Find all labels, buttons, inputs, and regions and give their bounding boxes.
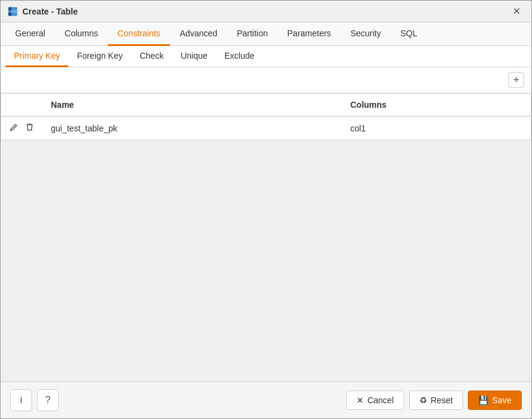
cancel-label: Cancel	[367, 395, 394, 405]
main-tabs: General Columns Constraints Advanced Par…	[1, 22, 531, 46]
empty-content	[1, 140, 531, 381]
create-table-dialog: Create - Table ✕ General Columns Constra…	[0, 0, 532, 419]
tab-advanced[interactable]: Advanced	[170, 22, 227, 46]
svg-rect-5	[11, 10, 17, 13]
footer-left: i ?	[10, 389, 59, 411]
save-icon: 💾	[478, 395, 488, 405]
tab-primary-key[interactable]: Primary Key	[5, 46, 68, 67]
info-icon: i	[20, 395, 22, 406]
cancel-icon: ✕	[356, 395, 364, 405]
save-button[interactable]: 💾 Save	[468, 391, 522, 410]
svg-rect-1	[8, 7, 11, 10]
footer-right: ✕ Cancel ♻ Reset 💾 Save	[346, 391, 522, 410]
constraints-table-container: Name Columns	[1, 93, 531, 140]
svg-rect-6	[11, 13, 17, 16]
col-actions	[1, 94, 44, 116]
sub-tabs: Primary Key Foreign Key Check Unique Exc…	[1, 46, 531, 67]
close-button[interactable]: ✕	[509, 4, 524, 18]
tab-general[interactable]: General	[5, 22, 55, 46]
svg-rect-4	[11, 7, 17, 10]
help-icon: ?	[45, 395, 51, 406]
title-bar-left: Create - Table	[8, 7, 78, 16]
edit-row-button[interactable]	[8, 122, 19, 134]
tab-parameters[interactable]: Parameters	[278, 22, 341, 46]
action-icons	[8, 122, 36, 134]
table-icon	[8, 7, 18, 16]
row-actions	[1, 116, 44, 140]
info-button[interactable]: i	[10, 389, 32, 411]
svg-rect-2	[8, 10, 11, 13]
table-header-row: Name Columns	[1, 94, 531, 116]
tab-exclude[interactable]: Exclude	[216, 46, 263, 67]
tab-security[interactable]: Security	[341, 22, 391, 46]
delete-row-button[interactable]	[24, 122, 35, 134]
constraints-table: Name Columns	[1, 94, 531, 140]
cancel-button[interactable]: ✕ Cancel	[346, 391, 404, 410]
add-row-button[interactable]: +	[508, 72, 524, 88]
col-name-header: Name	[44, 94, 343, 116]
tab-unique[interactable]: Unique	[172, 46, 215, 67]
content-area: + Name Columns	[1, 67, 531, 381]
tab-constraints[interactable]: Constraints	[108, 22, 170, 46]
reset-icon: ♻	[419, 395, 427, 405]
svg-rect-3	[8, 13, 11, 16]
tab-partition[interactable]: Partition	[227, 22, 277, 46]
row-name: gui_test_table_pk	[44, 116, 343, 140]
dialog-title: Create - Table	[22, 7, 78, 16]
tab-check[interactable]: Check	[131, 46, 172, 67]
row-columns: col1	[343, 116, 531, 140]
tab-sql[interactable]: SQL	[390, 22, 427, 46]
save-label: Save	[492, 395, 511, 405]
reset-button[interactable]: ♻ Reset	[409, 391, 464, 410]
reset-label: Reset	[431, 395, 453, 405]
content-toolbar: +	[1, 67, 531, 93]
footer: i ? ✕ Cancel ♻ Reset 💾 Save	[1, 381, 531, 418]
help-button[interactable]: ?	[37, 389, 59, 411]
title-bar: Create - Table ✕	[1, 1, 531, 22]
tab-columns[interactable]: Columns	[55, 22, 108, 46]
col-columns-header: Columns	[343, 94, 531, 116]
table-row: gui_test_table_pk col1	[1, 116, 531, 140]
tab-foreign-key[interactable]: Foreign Key	[68, 46, 131, 67]
